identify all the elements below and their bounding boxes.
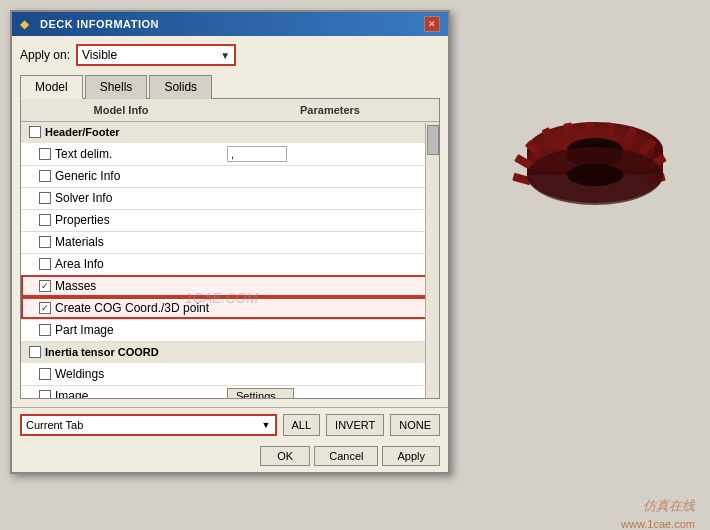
current-tab-dropdown-icon: ▼: [262, 420, 271, 430]
cancel-button[interactable]: Cancel: [314, 446, 378, 466]
row-label: Generic Info: [55, 169, 120, 183]
table-row: Text delim.: [21, 143, 439, 165]
row-label: Masses: [55, 279, 96, 293]
watermark-url: www.1cae.com: [621, 518, 695, 530]
scrollbar-thumb[interactable]: [427, 125, 439, 155]
table-row: Header/Footer: [21, 121, 439, 143]
dialog-title: DECK INFORMATION: [40, 18, 159, 30]
row-label: Properties: [55, 213, 110, 227]
checkbox[interactable]: [29, 126, 41, 138]
table-row: Area Info: [21, 253, 439, 275]
row-label: Weldings: [55, 367, 104, 381]
table-row: Solver Info: [21, 187, 439, 209]
checkbox[interactable]: [39, 192, 51, 204]
apply-on-label: Apply on:: [20, 48, 70, 62]
all-button[interactable]: ALL: [283, 414, 321, 436]
watermark-center: 1CAE.COM: [185, 290, 258, 306]
title-bar: ◆ DECK INFORMATION ✕: [12, 12, 448, 36]
dialog-body: Apply on: Visible ▼ Model Shells Solids …: [12, 36, 448, 407]
deck-information-dialog: ◆ DECK INFORMATION ✕ Apply on: Visible ▼…: [10, 10, 450, 474]
scrollbar[interactable]: [425, 123, 439, 398]
settings-button[interactable]: Settings...: [227, 388, 294, 399]
tab-shells[interactable]: Shells: [85, 75, 148, 99]
row-label: Solver Info: [55, 191, 112, 205]
row-label: Part Image: [55, 323, 114, 337]
checkbox[interactable]: [39, 368, 51, 380]
table-row: Weldings: [21, 363, 439, 385]
table-row: ImageSettings...: [21, 385, 439, 399]
table-row: Inertia tensor COORD: [21, 341, 439, 363]
apply-button[interactable]: Apply: [382, 446, 440, 466]
checkbox[interactable]: [39, 170, 51, 182]
apply-on-dropdown-icon: ▼: [220, 50, 230, 61]
table-row: Materials: [21, 231, 439, 253]
title-icon: ◆: [20, 17, 34, 31]
checkbox[interactable]: [39, 324, 51, 336]
apply-on-row: Apply on: Visible ▼: [20, 44, 440, 66]
checkbox[interactable]: [39, 148, 51, 160]
row-label: Text delim.: [55, 147, 112, 161]
row-label: Image: [55, 389, 88, 399]
row-label: Inertia tensor COORD: [45, 346, 159, 358]
row-label: Area Info: [55, 257, 104, 271]
row-label: Header/Footer: [45, 126, 120, 138]
none-button[interactable]: NONE: [390, 414, 440, 436]
bottom-row: Current Tab ▼ ALL INVERT NONE: [12, 407, 448, 442]
col-header-model-info: Model Info: [21, 99, 221, 121]
checkbox[interactable]: [39, 280, 51, 292]
tab-solids[interactable]: Solids: [149, 75, 212, 99]
checkbox[interactable]: [39, 236, 51, 248]
apply-on-value: Visible: [82, 48, 117, 62]
info-table: Model Info Parameters Header/FooterText …: [21, 99, 439, 399]
current-tab-select[interactable]: Current Tab ▼: [20, 414, 277, 436]
param-input[interactable]: [227, 146, 287, 162]
row-label: Materials: [55, 235, 104, 249]
checkbox[interactable]: [39, 302, 51, 314]
checkbox[interactable]: [29, 346, 41, 358]
tab-model[interactable]: Model: [20, 75, 83, 99]
checkbox[interactable]: [39, 390, 51, 399]
checkbox[interactable]: [39, 258, 51, 270]
table-row: Generic Info: [21, 165, 439, 187]
apply-on-select[interactable]: Visible ▼: [76, 44, 236, 66]
table-row: Properties: [21, 209, 439, 231]
checkbox[interactable]: [39, 214, 51, 226]
content-area: Model Info Parameters Header/FooterText …: [20, 99, 440, 399]
svg-point-26: [567, 164, 623, 186]
table-row: Part Image: [21, 319, 439, 341]
col-header-parameters: Parameters: [221, 99, 439, 121]
close-button[interactable]: ✕: [424, 16, 440, 32]
invert-button[interactable]: INVERT: [326, 414, 384, 436]
watermark-bottom-right: 仿真在线: [643, 497, 695, 515]
current-tab-value: Current Tab: [26, 419, 83, 431]
title-left: ◆ DECK INFORMATION: [20, 17, 159, 31]
gear-3d-image: [490, 60, 690, 260]
action-row: OK Cancel Apply: [12, 442, 448, 472]
tabs-row: Model Shells Solids: [20, 74, 440, 99]
ok-button[interactable]: OK: [260, 446, 310, 466]
